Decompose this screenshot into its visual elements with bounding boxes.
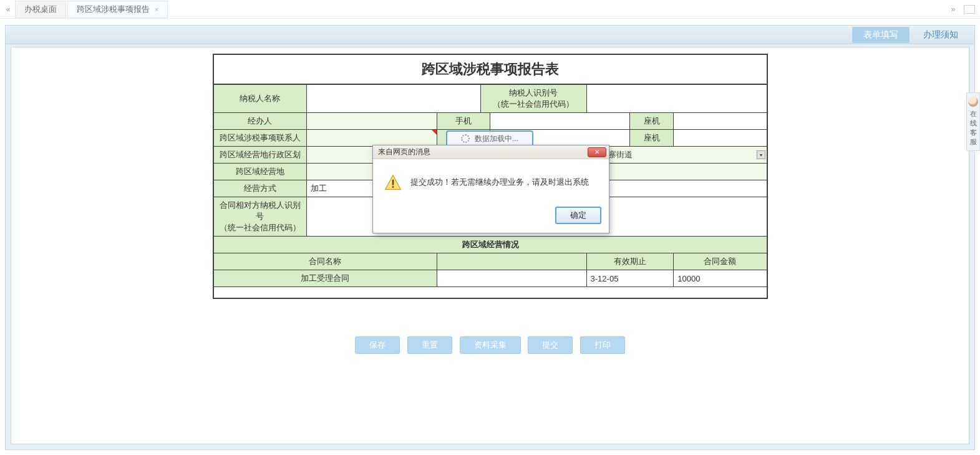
close-icon[interactable]: ✕ <box>588 147 606 157</box>
dialog-footer: 确定 <box>373 203 609 233</box>
online-help-tab[interactable]: 在线客服 <box>966 92 980 151</box>
dialog-title-bar: 来自网页的消息 ✕ <box>373 145 609 159</box>
alert-dialog: 来自网页的消息 ✕ 提交成功！若无需继续办理业务，请及时退出系统 确定 <box>372 145 609 233</box>
avatar-icon <box>968 97 978 107</box>
svg-rect-1 <box>392 180 394 185</box>
dialog-message: 提交成功！若无需继续办理业务，请及时退出系统 <box>410 174 589 188</box>
ok-button[interactable]: 确定 <box>555 207 601 224</box>
dialog-title: 来自网页的消息 <box>378 147 430 157</box>
side-help-label: 在线客服 <box>970 110 977 145</box>
warning-icon <box>384 174 402 192</box>
dialog-body: 提交成功！若无需继续办理业务，请及时退出系统 <box>373 159 609 203</box>
svg-rect-2 <box>392 186 394 188</box>
